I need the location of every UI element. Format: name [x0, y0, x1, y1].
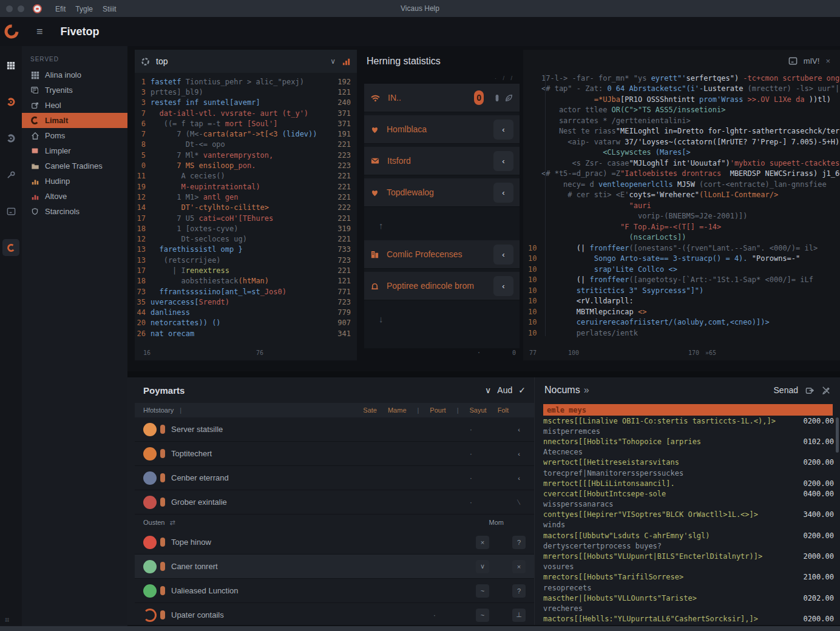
- row-action-button[interactable]: ×: [476, 536, 489, 549]
- editor-line: 10 ceruirerecaofriistert/(aoluby,comt,<c…: [523, 317, 840, 328]
- chevron-left-button[interactable]: ‹: [493, 151, 513, 171]
- table-row[interactable]: mactors[[Heblls:"YLUpurrtaLL6"CashertSor…: [543, 614, 834, 624]
- row-action-button[interactable]: ⊥: [512, 609, 526, 622]
- editor-tab-label[interactable]: mIV!: [804, 56, 820, 66]
- editor-line: # cer sti> <E'coyts='Wreherec"(lLonLI-Co…: [523, 190, 840, 201]
- sidebar-item-poms[interactable]: Poms: [22, 128, 127, 143]
- code-text: aobsthiestack(htMan): [151, 277, 333, 285]
- traffic-light-icon[interactable]: [6, 5, 13, 12]
- table-row[interactable]: mrertors[[Hobuts"VLUpunrt|BILS"EncterlDi…: [543, 551, 834, 561]
- menu-item[interactable]: Tygle: [75, 5, 93, 13]
- task-row[interactable]: Ualieased Lunction~?: [135, 579, 534, 603]
- table-row[interactable]: mrectors[[Hobuts"TarifilSorrese>2100.00: [543, 572, 834, 582]
- chevron-left-button[interactable]: ‹: [493, 245, 513, 265]
- row-action-button[interactable]: ?: [512, 584, 526, 598]
- hamburger-icon[interactable]: ≡: [36, 25, 44, 38]
- table-row[interactable]: conttyes[[Hepirer"VISoptres"BLCK OrWactl…: [543, 510, 834, 520]
- row-action-button[interactable]: ×: [512, 560, 526, 573]
- table-row[interactable]: mactors[[Ubbutw"Lsduts C-ahrEmny'slgl)02…: [543, 530, 834, 541]
- panel-icon[interactable]: [788, 56, 798, 66]
- app-logo-icon[interactable]: [4, 24, 19, 39]
- row-action-button[interactable]: ?: [512, 536, 526, 549]
- scrollbar-thumb[interactable]: [836, 417, 839, 453]
- row-action-button[interactable]: ~: [476, 609, 489, 622]
- chevron-left-button[interactable]: ‹: [493, 120, 513, 140]
- scroll-down-icon[interactable]: ↓: [364, 303, 520, 334]
- check-icon[interactable]: ✓: [518, 385, 526, 395]
- payment-row[interactable]: Cenber eterrand·‹: [135, 466, 534, 490]
- close-icon[interactable]: ×: [825, 56, 830, 66]
- column-header[interactable]: Sate: [363, 407, 377, 414]
- rail-grid-button[interactable]: [2, 57, 19, 74]
- chevron-left-button[interactable]: ‹: [493, 276, 513, 296]
- column-header[interactable]: Sayut: [470, 407, 487, 414]
- add-action-label[interactable]: Aud: [497, 385, 512, 395]
- bar-chart-icon[interactable]: [342, 57, 351, 66]
- sidebar-item-canele-tradines[interactable]: Canele Tradines: [22, 158, 127, 174]
- traffic-light-icon[interactable]: [18, 5, 24, 12]
- table-row[interactable]: nnectors[[Hoblits"Tohopoice [arpries0102…: [543, 436, 834, 447]
- stats-row[interactable]: Topdlewalog‹: [364, 178, 520, 207]
- rail-wrench-button[interactable]: [2, 166, 19, 183]
- row-action-button[interactable]: ~: [476, 584, 489, 598]
- editor-line: <CLsywsctes (Mares[>: [523, 147, 840, 158]
- sidebar-item-starcinols[interactable]: Starcinols: [22, 204, 127, 219]
- selected-table-row[interactable]: emle meys: [543, 404, 833, 416]
- stats-row[interactable]: Comlic Profecenses‹: [364, 240, 520, 269]
- row-value: 221: [333, 214, 357, 223]
- stats-row[interactable]: Itsford‹: [364, 147, 520, 175]
- payment-row[interactable]: Toptitechert·‹: [135, 442, 534, 466]
- column-header[interactable]: Mame: [388, 407, 407, 414]
- table-row[interactable]: wrertoct[[Hetitreseistarsvitans0200.00: [543, 457, 834, 468]
- scroll-up-icon[interactable]: ↑: [364, 210, 520, 240]
- sidebar-item-limpler[interactable]: Limpler: [22, 143, 127, 158]
- sidebar-item-hudinp[interactable]: Hudinp: [22, 174, 127, 189]
- section-label[interactable]: Ousten: [143, 519, 164, 526]
- sidebar-item-limalt[interactable]: Limalt: [22, 113, 127, 128]
- column-header[interactable]: Folt: [498, 407, 509, 414]
- column-header[interactable]: Pourt: [430, 407, 445, 414]
- table-row[interactable]: msctres[[Linalive OBI1-Co:stertis tasrti…: [543, 416, 834, 426]
- table-row[interactable]: cverccat[[HobutIntcsepe-sole0400.00: [543, 488, 834, 499]
- rail-swirl-button[interactable]: [2, 93, 19, 110]
- send-action-label[interactable]: Senad: [774, 385, 798, 395]
- chevron-left-button[interactable]: ‹: [512, 447, 526, 461]
- swap-arrows-icon[interactable]: ⇄: [169, 519, 175, 527]
- table-row[interactable]: mascther|[Hobuts"VLLOunrts"Tariste>0202.…: [543, 593, 834, 603]
- table-row[interactable]: mrertoct[[[HbLiLintonsaancil].0200.00: [543, 478, 834, 488]
- menu-item[interactable]: Efit: [55, 5, 66, 13]
- chevron-left-button[interactable]: ‹: [493, 183, 513, 203]
- row-value: 341: [333, 329, 357, 338]
- sidebar-item-tryenits[interactable]: Tryenits: [22, 83, 127, 98]
- menu-center-label[interactable]: Vicaus Help: [401, 4, 439, 13]
- row-action-button[interactable]: ∨: [476, 560, 489, 573]
- stats-row[interactable]: Homlblaca‹: [364, 115, 520, 144]
- task-row[interactable]: Caner tonrert∨×: [135, 555, 534, 579]
- stats-row[interactable]: Poptiree edincole brom‹: [364, 272, 520, 300]
- menu-item[interactable]: Stiiit: [103, 5, 117, 13]
- chevron-down-icon[interactable]: ∨: [330, 57, 336, 66]
- rail-swirl-button[interactable]: [2, 130, 19, 147]
- task-row[interactable]: Tope hinow×?: [135, 530, 534, 555]
- code-text: Nest te riass"MEILoghtl in=Dretto for-lg…: [541, 127, 840, 135]
- edit-icon[interactable]: [822, 386, 830, 394]
- check-icon[interactable]: ∨: [485, 385, 491, 395]
- payment-row[interactable]: Grober exintalie·﹨: [135, 490, 534, 515]
- payment-row[interactable]: Server statsille·‹: [135, 417, 534, 442]
- code-list-row: 13 (retscrrijee)723: [135, 255, 357, 265]
- rail-panel-button[interactable]: [2, 203, 19, 220]
- chevron-left-button[interactable]: ﹨: [512, 496, 526, 509]
- history-column-label[interactable]: Hfotstoary: [143, 407, 174, 414]
- sidebar-item-heol[interactable]: Heol: [22, 98, 127, 113]
- rail-bottom-icon[interactable]: ⌗: [5, 615, 9, 625]
- sidebar-item-alina-inolo[interactable]: Alina inolo: [22, 67, 127, 83]
- chevron-left-button[interactable]: ‹: [512, 471, 526, 485]
- gear-icon[interactable]: [141, 57, 150, 66]
- task-row[interactable]: Upater contails·~⊥: [135, 603, 534, 625]
- sidebar-item-altove[interactable]: Altove: [22, 189, 127, 204]
- chevron-right-icon[interactable]: »: [584, 385, 589, 396]
- send-icon[interactable]: [805, 386, 815, 395]
- stats-lead-row[interactable]: IN..0: [364, 84, 520, 112]
- chevron-left-button[interactable]: ‹: [512, 423, 526, 436]
- rail-ring-button[interactable]: [2, 239, 19, 256]
